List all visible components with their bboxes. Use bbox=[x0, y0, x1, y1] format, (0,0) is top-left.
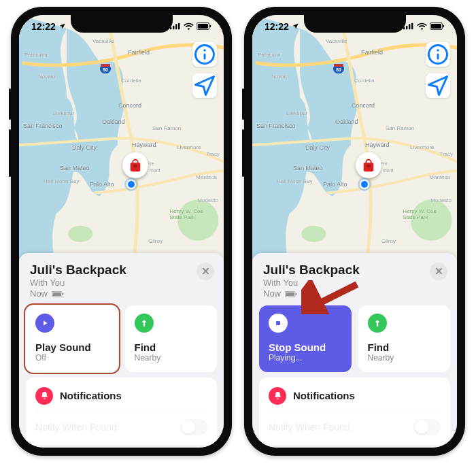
battery-icon bbox=[197, 21, 211, 32]
svg-rect-31 bbox=[367, 165, 371, 167]
notifications-header: Notifications bbox=[293, 390, 355, 401]
svg-rect-18 bbox=[63, 293, 63, 295]
item-subtitle-time: Now bbox=[263, 288, 281, 299]
item-detail-sheet[interactable]: Juli's Backpack With You Now bbox=[19, 253, 224, 448]
map-info-button[interactable] bbox=[426, 42, 450, 67]
svg-rect-22 bbox=[411, 23, 413, 30]
play-sound-title: Stop Sound bbox=[269, 341, 342, 353]
notify-when-found-toggle[interactable] bbox=[180, 419, 207, 435]
svg-rect-10 bbox=[101, 64, 110, 67]
notify-when-found-label: Notify When Found bbox=[269, 422, 350, 433]
status-time: 12:22 bbox=[31, 21, 56, 32]
item-subtitle-location: With You bbox=[263, 278, 298, 288]
find-card[interactable]: Find Nearby bbox=[125, 305, 218, 372]
item-marker[interactable] bbox=[122, 152, 148, 178]
svg-rect-34 bbox=[437, 54, 439, 60]
svg-rect-12 bbox=[133, 165, 137, 167]
notifications-card: Notifications Notify When Found bbox=[259, 378, 450, 445]
svg-rect-3 bbox=[178, 23, 180, 30]
map-locate-button[interactable] bbox=[192, 73, 217, 98]
notifications-card: Notifications Notify When Found bbox=[26, 378, 217, 445]
map-locate-button[interactable] bbox=[426, 73, 450, 98]
svg-point-9 bbox=[68, 226, 92, 242]
svg-rect-5 bbox=[198, 24, 208, 29]
notify-when-found-label: Notify When Found bbox=[35, 422, 117, 433]
svg-text:80: 80 bbox=[103, 67, 108, 72]
close-button[interactable] bbox=[430, 263, 447, 280]
map-info-button[interactable] bbox=[192, 42, 217, 67]
svg-rect-1 bbox=[173, 26, 174, 30]
svg-rect-37 bbox=[296, 293, 296, 295]
svg-point-33 bbox=[437, 49, 439, 52]
svg-rect-20 bbox=[406, 26, 407, 30]
item-detail-sheet[interactable]: Juli's Backpack With You Now bbox=[252, 253, 457, 448]
status-time: 12:22 bbox=[265, 21, 289, 32]
close-button[interactable] bbox=[197, 263, 214, 280]
svg-rect-2 bbox=[175, 24, 177, 29]
svg-rect-15 bbox=[204, 54, 206, 60]
find-icon bbox=[135, 314, 154, 333]
tutorial-highlight bbox=[24, 303, 120, 374]
item-marker[interactable] bbox=[356, 152, 381, 178]
svg-point-14 bbox=[203, 49, 206, 52]
bell-icon bbox=[269, 387, 286, 405]
find-subtitle: Nearby bbox=[135, 353, 208, 363]
item-subtitle-time: Now bbox=[30, 288, 48, 299]
stop-sound-card[interactable]: Stop Sound Playing... bbox=[259, 305, 352, 372]
svg-rect-17 bbox=[52, 292, 61, 296]
svg-text:80: 80 bbox=[336, 67, 341, 72]
user-location-dot bbox=[126, 180, 136, 189]
svg-rect-6 bbox=[209, 25, 211, 27]
highway-shield-icon: 80 bbox=[99, 63, 112, 75]
item-title: Juli's Backpack bbox=[263, 263, 360, 278]
battery-icon bbox=[430, 21, 445, 32]
location-services-icon bbox=[292, 21, 299, 32]
svg-rect-36 bbox=[286, 292, 294, 296]
svg-rect-0 bbox=[170, 27, 171, 29]
wifi-icon bbox=[417, 21, 427, 32]
item-battery-icon bbox=[52, 289, 64, 300]
play-sound-card[interactable]: Play Sound Off bbox=[26, 305, 118, 372]
find-icon bbox=[368, 314, 387, 333]
item-title: Juli's Backpack bbox=[30, 263, 126, 278]
stop-sound-icon bbox=[269, 314, 288, 333]
notify-when-found-toggle[interactable] bbox=[413, 419, 441, 435]
play-sound-subtitle: Playing... bbox=[269, 353, 342, 363]
bell-icon bbox=[35, 387, 53, 405]
svg-rect-24 bbox=[431, 24, 441, 29]
svg-rect-29 bbox=[334, 64, 343, 67]
svg-rect-19 bbox=[403, 27, 405, 29]
svg-rect-21 bbox=[409, 24, 410, 29]
svg-rect-38 bbox=[276, 321, 280, 325]
find-card[interactable]: Find Nearby bbox=[358, 305, 451, 372]
find-title: Find bbox=[135, 341, 208, 353]
play-sound-subtitle: Off bbox=[35, 353, 109, 363]
wifi-icon bbox=[184, 21, 194, 32]
user-location-dot bbox=[360, 180, 369, 189]
item-subtitle-location: With You bbox=[30, 278, 65, 288]
svg-point-28 bbox=[301, 226, 326, 242]
svg-rect-25 bbox=[443, 25, 444, 27]
find-title: Find bbox=[368, 341, 441, 353]
location-services-icon bbox=[58, 21, 66, 32]
item-battery-icon bbox=[285, 289, 297, 300]
notifications-header: Notifications bbox=[60, 390, 122, 401]
play-sound-title: Play Sound bbox=[35, 341, 109, 353]
find-subtitle: Nearby bbox=[368, 353, 441, 363]
play-sound-icon bbox=[35, 314, 54, 333]
highway-shield-icon: 80 bbox=[333, 63, 345, 75]
